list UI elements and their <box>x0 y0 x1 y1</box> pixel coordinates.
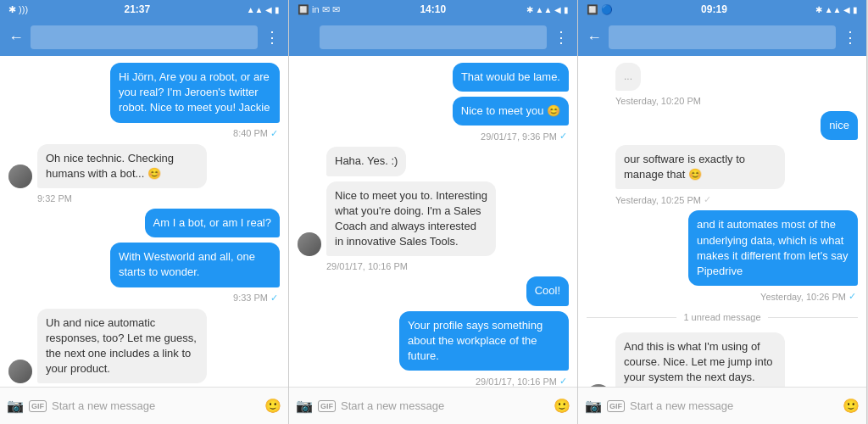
status-bar-3: 🔲 🔵 09:19 ✱ ▲▲ ◀ ▮ <box>578 0 866 19</box>
camera-icon[interactable]: 📷 <box>7 398 24 414</box>
message-input-2[interactable]: Start a new message <box>341 399 548 412</box>
checkmark-icon: ✓ <box>270 128 278 139</box>
bubble: With Westworld and all, one starts to wo… <box>110 243 280 287</box>
bubble: nice <box>821 111 858 140</box>
timestamp: 8:40 PM ✓ <box>8 128 280 139</box>
message-row: And this is what I'm using of course. Ni… <box>587 332 858 387</box>
time-3: 09:19 <box>701 3 727 15</box>
bubble: Am I a bot, or am I real? <box>145 209 280 237</box>
unread-divider: 1 unread message <box>587 312 858 322</box>
status-icons-1: ▲▲ ◀ ▮ <box>247 5 280 14</box>
message-row: With Westworld and all, one starts to wo… <box>8 243 280 287</box>
timestamp: 29/01/17, 9:36 PM ✓ <box>298 131 569 142</box>
avatar <box>8 360 32 383</box>
bubble: Cool! <box>526 276 569 305</box>
checkmark-icon: ✓ <box>270 293 278 304</box>
bubble: ... <box>615 63 641 91</box>
message-row: That would be lame. <box>298 63 569 92</box>
checkmark-icon: ✓ <box>849 291 856 302</box>
message-row: Uh and nice automatic responses, too? Le… <box>8 309 280 384</box>
timestamp: 29/01/17, 10:16 PM <box>298 261 569 271</box>
input-bar-2: 📷 GIF Start a new message 🙂 <box>289 387 577 424</box>
input-bar-1: 📷 GIF Start a new message 🙂 <box>0 387 288 424</box>
checkmark-icon: ✓ <box>559 131 567 142</box>
message-row: Haha. Yes. :) <box>298 147 569 176</box>
status-icons-3: ✱ ▲▲ ◀ ▮ <box>815 5 858 14</box>
more-button-1[interactable]: ⋮ <box>264 28 280 47</box>
messages-area-3: ... Yesterday, 10:20 PM nice our softwar… <box>578 56 866 387</box>
phone-panel-2: 🔲 in ✉ ✉ 14:10 ✱ ▲▲ ◀ ▮ ⋮ That would be … <box>289 0 578 424</box>
status-icons-2: ✱ ▲▲ ◀ ▮ <box>526 5 569 14</box>
avatar <box>298 232 321 256</box>
message-row: Oh nice technic. Checking humans with a … <box>8 144 280 188</box>
bubble: Nice to meet you 😊 <box>453 97 569 126</box>
status-left-3: 🔲 🔵 <box>587 4 613 15</box>
phone-panel-1: ✱ ))) 21:37 ▲▲ ◀ ▮ ← ⋮ Hi Jörn, Are you … <box>0 0 289 424</box>
messages-area-1: Hi Jörn, Are you a robot, or are you rea… <box>0 56 288 387</box>
message-row: Nice to meet you 😊 <box>298 97 569 126</box>
bubble: Your profile says something about the wo… <box>399 311 569 371</box>
message-row: Cool! <box>298 276 569 305</box>
checkmark-icon: ✓ <box>559 376 567 387</box>
timestamp: Yesterday, 10:25 PM ✓ <box>587 194 858 205</box>
top-bar-1: ← ⋮ <box>0 19 288 56</box>
message-row: Your profile says something about the wo… <box>298 311 569 371</box>
search-box-2 <box>320 25 547 49</box>
bubble: Oh nice technic. Checking humans with a … <box>37 144 207 188</box>
status-left-1: ✱ ))) <box>8 4 28 15</box>
emoji-icon[interactable]: 🙂 <box>264 398 281 414</box>
timestamp: 9:32 PM <box>8 193 280 204</box>
time-2: 14:10 <box>420 3 446 15</box>
gif-button[interactable]: GIF <box>29 400 47 412</box>
bubble: Uh and nice automatic responses, too? Le… <box>37 309 207 384</box>
checkmark-icon: ✓ <box>704 194 711 205</box>
emoji-icon[interactable]: 🙂 <box>554 398 570 414</box>
bubble: Hi Jörn, Are you a robot, or are you rea… <box>110 63 280 123</box>
bubble: Haha. Yes. :) <box>326 147 406 176</box>
more-button-3[interactable]: ⋮ <box>843 28 858 47</box>
message-row: Nice to meet you to. Interesting what yo… <box>298 181 569 257</box>
top-bar-3: ← ⋮ <box>578 19 866 56</box>
more-button-2[interactable]: ⋮ <box>554 28 569 47</box>
status-bar-1: ✱ ))) 21:37 ▲▲ ◀ ▮ <box>0 0 288 19</box>
message-row: and it automates most of the underlying … <box>587 210 858 286</box>
bubble: and it automates most of the underlying … <box>688 210 858 286</box>
search-box-3 <box>609 25 836 49</box>
bubble: Nice to meet you to. Interesting what yo… <box>326 181 496 257</box>
search-box-1 <box>31 25 258 49</box>
camera-icon[interactable]: 📷 <box>585 398 602 414</box>
avatar <box>8 165 32 188</box>
emoji-icon[interactable]: 🙂 <box>843 398 860 414</box>
back-button-3[interactable]: ← <box>587 29 602 47</box>
gif-button[interactable]: GIF <box>318 400 336 412</box>
timestamp: Yesterday, 10:20 PM <box>587 96 858 106</box>
divider-line <box>768 317 858 318</box>
timestamp: 29/01/17, 10:16 PM ✓ <box>298 376 569 387</box>
timestamp: 9:33 PM ✓ <box>8 293 280 304</box>
message-input-1[interactable]: Start a new message <box>52 399 259 412</box>
message-row: ... <box>587 63 858 91</box>
status-bar-2: 🔲 in ✉ ✉ 14:10 ✱ ▲▲ ◀ ▮ <box>289 0 577 19</box>
timestamp: Yesterday, 10:26 PM ✓ <box>587 291 858 302</box>
message-input-3[interactable]: Start a new message <box>630 399 837 412</box>
bubble: our software is exactly to manage that 😊 <box>615 145 785 189</box>
gif-button[interactable]: GIF <box>607 400 625 412</box>
top-bar-2: ⋮ <box>289 19 577 56</box>
input-bar-3: 📷 GIF Start a new message 🙂 <box>578 387 866 424</box>
back-button-1[interactable]: ← <box>8 29 24 47</box>
message-row: Hi Jörn, Are you a robot, or are you rea… <box>8 63 280 123</box>
status-left-2: 🔲 in ✉ ✉ <box>298 4 340 15</box>
message-row: Am I a bot, or am I real? <box>8 209 280 237</box>
bubble: And this is what I'm using of course. Ni… <box>615 332 785 387</box>
divider-line <box>587 317 676 318</box>
time-1: 21:37 <box>124 3 150 15</box>
message-row: nice <box>587 111 858 140</box>
bubble: That would be lame. <box>453 63 569 92</box>
phone-panel-3: 🔲 🔵 09:19 ✱ ▲▲ ◀ ▮ ← ⋮ ... Yesterday, 10… <box>578 0 867 424</box>
unread-label: 1 unread message <box>683 312 760 322</box>
messages-area-2: That would be lame. Nice to meet you 😊 2… <box>289 56 577 387</box>
camera-icon[interactable]: 📷 <box>296 398 313 414</box>
message-row: our software is exactly to manage that 😊 <box>587 145 858 189</box>
